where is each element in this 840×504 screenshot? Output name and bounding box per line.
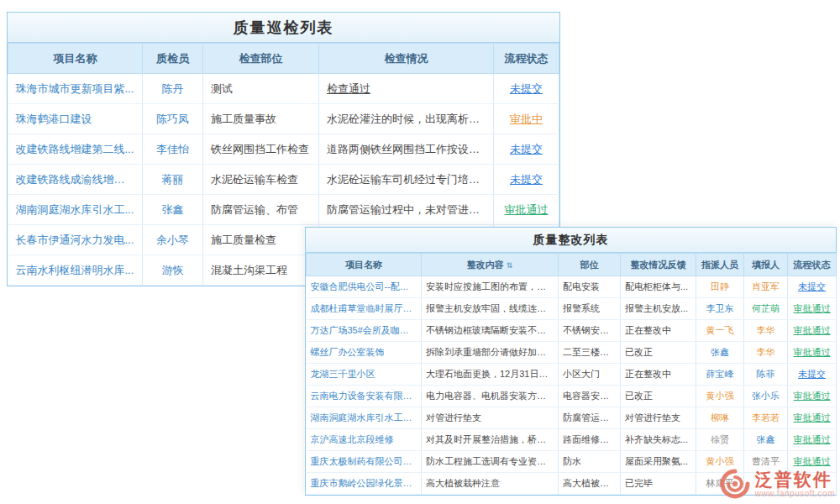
column-header-status[interactable]: 流程状态	[494, 44, 559, 74]
rectification-row[interactable]: 云南电力设备安装有限公司20...电力电容器、电机器安装方案...电容器安装..…	[307, 386, 837, 407]
rectification-row[interactable]: 安徽合肥供电公司--配电设备...安装时应按施工图的布置，将...配电安装配电柜…	[307, 276, 837, 298]
inspector-cell[interactable]: 李佳怡	[143, 134, 203, 165]
project-name-cell[interactable]: 改建铁路线增建第二线...	[8, 134, 143, 165]
project-name-cell[interactable]: 湖南洞庭湖水库引水工程施工1标	[307, 407, 422, 429]
rectification-row[interactable]: 成都杜甫草堂临时展厅独立展...报警主机安放牢固，线缆连接...报警系统报警主机…	[307, 298, 837, 320]
check-location-cell: 防腐管运输、布管	[203, 195, 319, 225]
rectification-row[interactable]: 龙湖三千里小区大理石地面更换，12月31日之...小区大门正在整改中薛宝峰陈菲未…	[307, 364, 837, 386]
feedback-cell: 配电柜柜体与...	[621, 276, 696, 298]
assignee-cell[interactable]: 徐贤	[696, 429, 744, 451]
workflow-status-cell[interactable]: 审批中	[494, 104, 559, 134]
project-name-cell[interactable]: 湖南洞庭湖水库引水工...	[8, 195, 143, 225]
assignee-cell[interactable]: 薛宝峰	[696, 364, 744, 386]
rectification-row[interactable]: 京沪高速北京段维修对其及时开展整治措施，桥头...路面维修检...补齐缺失标志.…	[307, 429, 837, 451]
workflow-status-cell[interactable]: 未提交	[494, 134, 559, 165]
column-header-location[interactable]: 检查部位	[203, 44, 319, 74]
workflow-status-cell[interactable]: 未提交	[788, 276, 837, 298]
project-name-cell[interactable]: 珠海市城市更新项目紫...	[8, 74, 143, 104]
inspection-row[interactable]: 珠海市城市更新项目紫...陈丹测试检查通过未提交	[8, 74, 559, 104]
inspector-cell[interactable]: 游恢	[143, 255, 203, 286]
sort-icon[interactable]: ⇅	[507, 261, 513, 270]
feedback-cell: 已改正	[621, 386, 696, 407]
project-name-cell[interactable]: 重庆太极制药有限公司亳州中...	[307, 451, 422, 473]
part-cell: 不锈钢安装...	[559, 320, 621, 342]
rectify-content-cell: 电力电容器、电机器安装方案...	[422, 386, 559, 407]
inspection-row[interactable]: 改建铁路线成渝线增建第...蒋丽水泥砼运输车检查水泥砼运输车司机经过专门培训..…	[8, 165, 559, 195]
check-situation-cell[interactable]: 检查通过	[319, 74, 494, 104]
inspection-list-title: 质量巡检列表	[8, 13, 559, 43]
project-name-cell[interactable]: 龙湖三千里小区	[307, 364, 422, 386]
rectification-row[interactable]: 螺丝厂办公室装饰拆除到承重墙部分请做好加固...二至三楼混...已改正张鑫李华审…	[307, 342, 837, 364]
project-name-cell[interactable]: 长春市伊通河水力发电...	[8, 225, 143, 255]
reporter-cell[interactable]: 张小乐	[744, 386, 788, 407]
column-header-feedback[interactable]: 整改情况反馈	[621, 254, 696, 276]
column-header-project[interactable]: 项目名称	[307, 254, 422, 276]
rectification-list-title: 质量整改列表	[306, 228, 836, 253]
feedback-cell: 已完毕	[621, 473, 696, 495]
feedback-cell: 正在整改中	[621, 364, 696, 386]
rectification-row[interactable]: 湖南洞庭湖水库引水工程施工1标对管进行垫支防腐管运输...对管进行垫支柳琳李若若…	[307, 407, 837, 429]
column-header-status[interactable]: 流程状态	[788, 254, 837, 276]
part-cell: 路面维修检...	[559, 429, 621, 451]
workflow-status-cell[interactable]: 审批通过	[788, 429, 837, 451]
rectify-content-cell: 大理石地面更换，12月31日之...	[422, 364, 559, 386]
feedback-cell: 已改正	[621, 342, 696, 364]
project-name-cell[interactable]: 万达广场35#会所及咖啡厅空...	[307, 320, 422, 342]
inspection-row[interactable]: 珠海鹤港口建设陈巧凤施工质量事故水泥砼灌注的时候，出现离析现象审批中	[8, 104, 559, 134]
assignee-cell[interactable]: 柳琳	[696, 407, 744, 429]
project-name-cell[interactable]: 京沪高速北京段维修	[307, 429, 422, 451]
column-header-project[interactable]: 项目名称	[8, 44, 143, 74]
inspection-row[interactable]: 湖南洞庭湖水库引水工...张鑫防腐管运输、布管防腐管运输过程中，未对管进行...…	[8, 195, 559, 225]
reporter-cell[interactable]: 陈菲	[744, 364, 788, 386]
project-name-cell[interactable]: 改建铁路线成渝线增建第...	[8, 165, 143, 195]
fanpu-logo-text: 泛普软件 www.fanpusoft.com	[755, 470, 835, 498]
feedback-cell: 正在整改中	[621, 320, 696, 342]
workflow-status-cell[interactable]: 审批通过	[494, 195, 559, 225]
workflow-status-cell[interactable]: 审批通过	[788, 386, 837, 407]
inspector-cell[interactable]: 陈巧凤	[143, 104, 203, 134]
reporter-cell[interactable]: 李华	[744, 320, 788, 342]
fanpu-logo-url: www.fanpusoft.com	[755, 489, 835, 498]
inspector-cell[interactable]: 张鑫	[143, 195, 203, 225]
rectification-list-panel: 质量整改列表 项目名称整改内容⇅部位整改情况反馈指派人员填报人流程状态 安徽合肥…	[305, 227, 837, 496]
assignee-cell[interactable]: 黄小强	[696, 386, 744, 407]
column-header-inspector[interactable]: 质检员	[143, 44, 203, 74]
check-location-cell: 施工质量事故	[203, 104, 319, 134]
workflow-status-cell[interactable]: 未提交	[494, 74, 559, 104]
assignee-cell[interactable]: 田静	[696, 276, 744, 298]
column-header-assignee[interactable]: 指派人员	[696, 254, 744, 276]
project-name-cell[interactable]: 螺丝厂办公室装饰	[307, 342, 422, 364]
assignee-cell[interactable]: 张鑫	[696, 342, 744, 364]
inspection-row[interactable]: 改建铁路线增建第二线...李佳怡铁丝网围挡工作检查道路两侧铁丝网围挡工作按设计.…	[8, 134, 559, 165]
reporter-cell[interactable]: 张鑫	[744, 429, 788, 451]
workflow-status-cell[interactable]: 审批通过	[788, 407, 837, 429]
column-header-reporter[interactable]: 填报人	[744, 254, 788, 276]
reporter-cell[interactable]: 李华	[744, 342, 788, 364]
project-name-cell[interactable]: 成都杜甫草堂临时展厅独立展...	[307, 298, 422, 320]
workflow-status-cell[interactable]: 审批通过	[788, 298, 837, 320]
workflow-status-cell[interactable]: 审批通过	[788, 342, 837, 364]
inspector-cell[interactable]: 蒋丽	[143, 165, 203, 195]
rectify-content-cell: 不锈钢边框玻璃隔断安装不平...	[422, 320, 559, 342]
project-name-cell[interactable]: 珠海鹤港口建设	[8, 104, 143, 134]
rectify-content-cell: 防水工程施工选调有专业资质...	[422, 451, 559, 473]
assignee-cell[interactable]: 李卫东	[696, 298, 744, 320]
column-header-content[interactable]: 整改内容⇅	[422, 254, 559, 276]
rectification-row[interactable]: 万达广场35#会所及咖啡厅空...不锈钢边框玻璃隔断安装不平...不锈钢安装..…	[307, 320, 837, 342]
column-header-part[interactable]: 部位	[559, 254, 621, 276]
workflow-status-cell[interactable]: 未提交	[788, 364, 837, 386]
project-name-cell[interactable]: 重庆市鹅岭公园绿化景观提升...	[307, 473, 422, 495]
inspector-cell[interactable]: 余小琴	[143, 225, 203, 255]
workflow-status-cell[interactable]: 审批通过	[788, 320, 837, 342]
reporter-cell[interactable]: 肖亚军	[744, 276, 788, 298]
project-name-cell[interactable]: 安徽合肥供电公司--配电设备...	[307, 276, 422, 298]
inspector-cell[interactable]: 陈丹	[143, 74, 203, 104]
check-situation-cell: 水泥砼运输车司机经过专门培训...	[319, 165, 494, 195]
reporter-cell[interactable]: 何芷萌	[744, 298, 788, 320]
project-name-cell[interactable]: 云南水利枢纽潜明水库...	[8, 255, 143, 286]
column-header-situation[interactable]: 检查情况	[319, 44, 494, 74]
assignee-cell[interactable]: 黄一飞	[696, 320, 744, 342]
project-name-cell[interactable]: 云南电力设备安装有限公司20...	[307, 386, 422, 407]
reporter-cell[interactable]: 李若若	[744, 407, 788, 429]
workflow-status-cell[interactable]: 未提交	[494, 165, 559, 195]
